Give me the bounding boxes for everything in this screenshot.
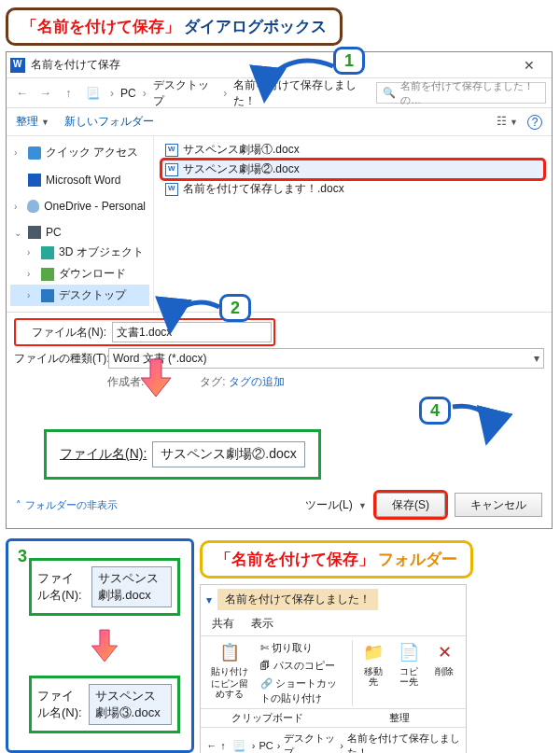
callout-badge-4: 4	[419, 397, 451, 425]
crumb-pc[interactable]: PC	[259, 740, 273, 751]
nav-up[interactable]: ↑	[220, 740, 226, 751]
word-file-icon	[165, 144, 178, 157]
explorer-title: 名前を付けて保存しました！	[217, 589, 378, 610]
nav-back[interactable]: ←	[206, 740, 217, 751]
close-button[interactable]: ✕	[511, 52, 548, 78]
window-title: 名前を付けて保存	[31, 57, 120, 73]
arrow-1	[254, 57, 338, 104]
callout-badge-3: 3	[18, 547, 27, 566]
nav-back[interactable]: ←	[12, 83, 32, 104]
tree-quick-access[interactable]: ›クイック アクセス	[10, 142, 149, 163]
callout-badge-1: 1	[333, 47, 365, 75]
arrow-4	[449, 401, 505, 444]
tree-desktop[interactable]: ›デスクトップ	[10, 285, 149, 306]
tree-onedrive[interactable]: ›OneDrive - Personal	[10, 197, 149, 216]
copyto-icon[interactable]: 📄	[397, 640, 421, 664]
explorer-window: ▾ 名前を付けて保存しました！ 共有 表示 📋貼り付けにピン留めする ✄ 切り取…	[200, 584, 467, 753]
word-app-icon	[10, 58, 25, 73]
dialog-toolbar: 整理▼ 新しいフォルダー ☷▼ ? 1	[7, 108, 552, 136]
tag-add-link[interactable]: タグの追加	[229, 375, 285, 388]
word-file-icon	[165, 183, 178, 196]
anno-rest: ダイアログボックス	[184, 16, 327, 37]
file-row[interactable]: 名前を付けて保存します！.docx	[161, 179, 544, 199]
view-options-button[interactable]: ☷▼	[497, 115, 518, 130]
tag-label: タグ:	[200, 375, 225, 388]
gfn-label: ファイル名(N):	[60, 446, 147, 463]
crumb-desktop[interactable]: デスクトップ	[153, 77, 217, 109]
file-list: サスペンス劇場①.docx サスペンス劇場②.docx 名前を付けて保存します！…	[154, 136, 552, 312]
filetype-label: ファイルの種類(T):	[14, 351, 103, 367]
nav-tree: ›クイック アクセス Microsoft Word ›OneDrive - Pe…	[7, 136, 154, 312]
search-placeholder: 名前を付けて保存しました！の…	[400, 79, 539, 107]
word-file-icon	[165, 163, 178, 176]
crumb-root-icon[interactable]: 📃	[82, 87, 104, 100]
crumb-pc[interactable]: PC	[120, 87, 136, 100]
tree-3d[interactable]: ›3D オブジェクト	[10, 242, 149, 263]
step3-panel: 3 ファイル名(N): サスペンス劇場.docx ファイル名(N): サスペンス…	[6, 538, 194, 753]
gfn-value: サスペンス劇場②.docx	[152, 441, 304, 467]
file-row[interactable]: サスペンス劇場①.docx	[161, 140, 544, 160]
search-input[interactable]: 🔍 名前を付けて保存しました！の…	[376, 82, 546, 104]
step3-after: ファイル名(N): サスペンス劇場③.docx	[29, 676, 180, 733]
save-as-dialog: 名前を付けて保存 ✕ ← → ↑ 📃 › PC › デスクトップ › 名前を付け…	[6, 51, 553, 529]
green-filename-callout: ファイル名(N): サスペンス劇場②.docx	[44, 429, 321, 480]
save-button[interactable]: 保存(S)	[376, 493, 445, 517]
cancel-button[interactable]: キャンセル	[455, 493, 542, 517]
pink-arrow-down-2	[89, 627, 120, 664]
filename-area: 2 ファイル名(N): 文書1.docx ファイルの種類(T): Word 文書…	[7, 312, 552, 483]
arrow-2	[163, 300, 225, 333]
step3-after-value: サスペンス劇場③.docx	[89, 684, 173, 725]
moveto-icon[interactable]: 📁	[361, 640, 385, 664]
tree-downloads[interactable]: ›ダウンロード	[10, 263, 149, 285]
paste-shortcut-button[interactable]: 🔗 ショートカットの貼り付け	[260, 676, 343, 707]
explorer-navbar: ← ↑ 📃 › PC › デスクトップ › 名前を付けて保存しました！	[201, 728, 466, 753]
tab-view[interactable]: 表示	[251, 616, 273, 632]
filename-label: ファイル名(N):	[18, 325, 106, 341]
crumb-desktop[interactable]: デスクトップ	[284, 732, 336, 753]
step3-before-value: サスペンス劇場.docx	[91, 566, 173, 607]
tools-menu[interactable]: ツール(L) ▼	[305, 497, 367, 513]
tree-word[interactable]: Microsoft Word	[10, 171, 149, 189]
help-button[interactable]: ?	[527, 115, 542, 130]
tab-share[interactable]: 共有	[212, 616, 234, 632]
dialog-bottom-bar: ˄フォルダーの非表示 ツール(L) ▼ 保存(S) キャンセル	[7, 483, 552, 528]
callout-badge-2: 2	[219, 294, 251, 322]
new-folder-button[interactable]: 新しいフォルダー	[64, 114, 154, 130]
anno-quoted: 「名前を付けて保存」	[21, 16, 180, 37]
ribbon: 📋貼り付けにピン留めする ✄ 切り取り 🗐 パスのコピー 🔗 ショートカットの貼…	[201, 635, 466, 709]
annotation-header-dialog: 「名前を付けて保存」 ダイアログボックス	[6, 7, 343, 46]
pink-arrow-down	[137, 357, 175, 398]
tree-pc[interactable]: ⌄PC	[10, 223, 149, 242]
organize-menu[interactable]: 整理▼	[16, 114, 49, 130]
file-row-selected[interactable]: サスペンス劇場②.docx	[161, 160, 544, 179]
step3-before: ファイル名(N): サスペンス劇場.docx	[29, 558, 180, 616]
nav-forward[interactable]: →	[35, 83, 55, 104]
ribbon-group-clipboard: クリップボード	[201, 709, 333, 727]
hide-folders-toggle[interactable]: ˄フォルダーの非表示	[16, 498, 118, 512]
crumb-folder[interactable]: 名前を付けて保存しました！	[347, 732, 460, 753]
chevron-down-icon[interactable]: ▾	[206, 593, 212, 607]
copypath-button[interactable]: 🗐 パスのコピー	[260, 658, 335, 674]
cut-button[interactable]: ✄ 切り取り	[260, 640, 313, 656]
chevron-up-icon: ˄	[16, 499, 21, 511]
search-icon: 🔍	[383, 87, 396, 99]
paste-icon[interactable]: 📋	[217, 640, 242, 664]
ribbon-group-organize: 整理	[333, 709, 466, 727]
nav-up[interactable]: ↑	[59, 83, 78, 104]
annotation-header-folder: 「名前を付けて保存」 フォルダー	[200, 540, 473, 579]
delete-icon[interactable]: ✕	[432, 640, 456, 664]
